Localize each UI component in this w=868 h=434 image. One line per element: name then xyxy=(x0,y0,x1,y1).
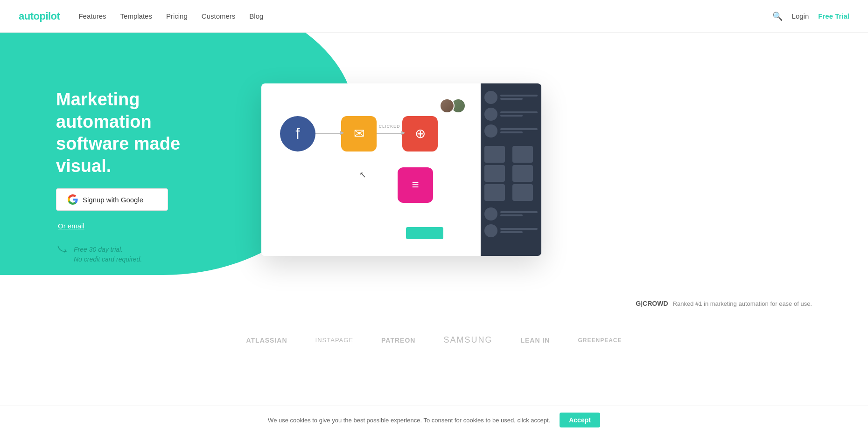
logo-samsung: SAMSUNG xyxy=(443,335,492,345)
sb-line xyxy=(500,211,538,213)
form-icon: ≡ xyxy=(412,178,419,192)
hero-headline: Marketing automation software made visua… xyxy=(56,89,215,177)
nav-blog[interactable]: Blog xyxy=(249,12,263,20)
sb-line-short xyxy=(500,214,523,216)
sb-circle-4 xyxy=(484,207,497,220)
g2-logo: G|CROWD xyxy=(636,300,668,307)
nav-customers[interactable]: Customers xyxy=(202,12,236,20)
sb-circle-3 xyxy=(484,124,497,138)
logo-greenpeace: GREENPEACE xyxy=(578,337,622,344)
nav-links: Features Templates Pricing Customers Blo… xyxy=(78,12,772,20)
logo-atlassian: ATLASSIAN xyxy=(246,337,287,344)
login-link[interactable]: Login xyxy=(792,12,809,20)
sb-lines-4 xyxy=(500,211,538,216)
sb-circle-5 xyxy=(484,224,497,237)
logo-lean-in: LEAN IN xyxy=(520,337,550,344)
sb-line xyxy=(500,95,538,96)
cursor-icon: ↖ xyxy=(359,170,366,180)
sb-line xyxy=(500,128,538,130)
avatar-1 xyxy=(440,98,455,113)
nav-right: 🔍 Login Free Trial xyxy=(772,11,849,21)
g2-text: Ranked #1 in marketing automation for ea… xyxy=(673,300,812,307)
nav-pricing[interactable]: Pricing xyxy=(166,12,188,20)
sidebar-grid xyxy=(484,146,538,201)
nav-templates[interactable]: Templates xyxy=(120,12,152,20)
clicked-label: CLICKED xyxy=(378,124,400,129)
sb-line xyxy=(500,228,538,230)
sb-line-short xyxy=(500,115,523,117)
hero-right: f ✉ CLICKED xyxy=(243,33,868,292)
sb-lines-2 xyxy=(500,111,538,117)
logo-instapage: Instapage xyxy=(315,337,353,344)
g2-strip: G|CROWD Ranked #1 in marketing automatio… xyxy=(0,292,868,307)
app-screenshot: f ✉ CLICKED xyxy=(261,83,541,256)
workflow-wrapper: f ✉ CLICKED xyxy=(271,93,471,247)
email-node[interactable]: ✉ xyxy=(341,116,377,152)
hero-section: Marketing automation software made visua… xyxy=(0,0,868,292)
sb-lines-5 xyxy=(500,228,538,233)
sidebar-row-3 xyxy=(484,124,538,138)
connector-2: CLICKED xyxy=(377,133,402,134)
facebook-icon: f xyxy=(295,124,300,143)
sidebar-row-2 xyxy=(484,108,538,121)
sb-circle-1 xyxy=(484,91,497,104)
logos-section: ATLASSIAN Instapage PATREON SAMSUNG LEAN… xyxy=(0,307,868,364)
free-trial-text: Free 30 day trial. No credit card requir… xyxy=(74,245,142,264)
sidebar-row-4 xyxy=(484,207,538,220)
sb-circle-2 xyxy=(484,108,497,121)
app-sidebar-panel xyxy=(481,83,541,256)
bullseye-icon: ⊕ xyxy=(415,126,426,141)
facebook-node[interactable]: f xyxy=(280,116,315,152)
sb-square-3 xyxy=(484,165,505,182)
logo[interactable]: autopilot xyxy=(19,10,60,22)
app-avatars xyxy=(440,98,466,113)
free-trial-note: Free 30 day trial. No credit card requir… xyxy=(56,241,224,264)
sidebar-row-1 xyxy=(484,91,538,104)
free-trial-link[interactable]: Free Trial xyxy=(818,12,849,20)
or-email-link[interactable]: Or email xyxy=(58,222,224,230)
logo-patreon: PATREON xyxy=(381,337,415,344)
bullseye-node[interactable]: ⊕ xyxy=(402,116,438,152)
arrow-icon xyxy=(56,243,70,257)
sb-line-short xyxy=(500,98,523,100)
email-icon: ✉ xyxy=(354,126,364,141)
sb-square-4 xyxy=(512,165,533,182)
form-node[interactable]: ≡ xyxy=(398,167,433,203)
sb-square-2 xyxy=(512,146,533,163)
workflow-row: f ✉ CLICKED xyxy=(280,116,438,152)
sb-square-6 xyxy=(512,184,533,201)
sb-lines-3 xyxy=(500,128,538,133)
sb-square-5 xyxy=(484,184,505,201)
sb-line-short xyxy=(500,231,523,233)
search-icon[interactable]: 🔍 xyxy=(772,11,783,21)
connector-1 xyxy=(315,133,341,134)
google-signup-button[interactable]: Signup with Google xyxy=(56,188,168,211)
sidebar-row-5 xyxy=(484,224,538,237)
hero-left: Marketing automation software made visua… xyxy=(0,33,243,292)
sb-square-1 xyxy=(484,146,505,163)
google-logo xyxy=(68,194,78,205)
app-teal-button[interactable] xyxy=(406,227,443,239)
sb-lines-1 xyxy=(500,95,538,100)
navbar: autopilot Features Templates Pricing Cus… xyxy=(0,0,868,33)
sb-line xyxy=(500,111,538,113)
app-canvas[interactable]: f ✉ CLICKED xyxy=(261,83,481,256)
google-signup-label: Signup with Google xyxy=(83,196,143,204)
nav-features[interactable]: Features xyxy=(78,12,106,20)
sb-line-short xyxy=(500,131,523,133)
